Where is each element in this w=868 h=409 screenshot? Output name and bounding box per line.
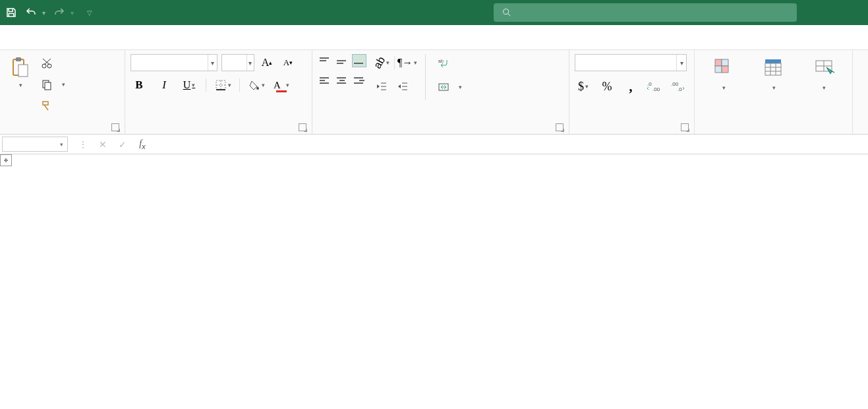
underline-button[interactable]: U▾ (181, 77, 198, 94)
group-label-font (130, 130, 306, 133)
cancel-icon[interactable]: ✕ (95, 139, 111, 150)
increase-font-icon[interactable]: A▴ (258, 54, 275, 71)
chevron-down-icon: ▾ (60, 141, 63, 148)
dialog-launcher-icon[interactable] (111, 123, 119, 131)
chevron-down-icon: ▾ (19, 82, 22, 88)
format-as-table-button[interactable]: ▾ (759, 54, 788, 93)
fx-icon[interactable]: fx (134, 139, 150, 150)
increase-decimal-button[interactable]: .0.00 (646, 78, 663, 95)
ribbon-tabs (0, 25, 868, 50)
fill-color-button[interactable]: ▾ (248, 77, 265, 94)
svg-rect-29 (715, 66, 722, 73)
chevron-down-icon: ▾ (62, 81, 65, 88)
ltr-button[interactable]: ¶→▾ (399, 54, 416, 71)
svg-line-1 (508, 14, 510, 16)
conditional-formatting-button[interactable]: ▾ (709, 54, 738, 93)
percent-button[interactable]: % (598, 78, 616, 95)
name-box[interactable]: ▾ (2, 137, 68, 152)
decrease-decimal-button[interactable]: .00.0 (670, 78, 687, 95)
group-label-styles (700, 130, 847, 133)
merge-center-button[interactable]: ▾ (435, 78, 465, 96)
svg-rect-3 (16, 57, 21, 61)
dropdown-icon[interactable]: ▾ (42, 9, 45, 16)
align-middle-button[interactable] (335, 54, 349, 67)
paste-button[interactable]: ▾ (5, 54, 34, 90)
font-size-dropdown[interactable]: ▾ (221, 54, 254, 71)
decrease-font-icon[interactable]: A▾ (279, 54, 297, 71)
undo-icon[interactable] (25, 7, 37, 18)
increase-indent-button[interactable] (394, 78, 411, 95)
accounting-format-button[interactable]: $▾ (575, 78, 592, 95)
search-input[interactable] (494, 3, 797, 22)
dialog-launcher-icon[interactable] (299, 123, 306, 131)
chevron-down-icon: ▾ (246, 55, 254, 71)
wrap-text-button[interactable]: ab (435, 54, 465, 73)
align-left-button[interactable] (318, 74, 332, 87)
bold-button[interactable]: B (130, 77, 148, 94)
font-name-dropdown[interactable]: ▾ (130, 54, 217, 71)
cell-styles-button[interactable]: ▾ (809, 54, 838, 93)
svg-rect-28 (722, 59, 728, 66)
svg-rect-30 (722, 66, 728, 73)
group-label-number (575, 130, 689, 133)
search-icon (502, 7, 512, 18)
dropdown-icon[interactable]: ▾ (71, 9, 74, 16)
font-color-button[interactable]: A▾ (273, 77, 290, 94)
dialog-launcher-icon[interactable] (681, 123, 689, 131)
group-label-clipboard (5, 130, 119, 133)
align-right-button[interactable] (352, 74, 366, 87)
cut-button[interactable] (38, 54, 68, 73)
svg-rect-31 (765, 59, 781, 63)
copy-button[interactable]: ▾ (38, 75, 68, 94)
formula-input[interactable] (156, 135, 868, 154)
comma-button[interactable]: , (622, 78, 639, 95)
format-painter-button[interactable] (38, 96, 68, 115)
align-bottom-button[interactable] (352, 54, 366, 67)
autofill-options-icon[interactable] (0, 154, 12, 166)
svg-rect-32 (765, 63, 781, 75)
svg-text:.00: .00 (652, 86, 660, 92)
decrease-indent-button[interactable] (373, 78, 390, 95)
svg-rect-11 (216, 80, 225, 90)
svg-text:.0: .0 (647, 81, 652, 87)
group-label-alignment (318, 130, 564, 133)
borders-button[interactable]: ▾ (214, 77, 231, 94)
svg-text:.0: .0 (678, 86, 682, 92)
orientation-button[interactable]: ab▾ (373, 54, 390, 71)
svg-rect-4 (18, 65, 28, 77)
align-top-button[interactable] (318, 54, 332, 67)
italic-button[interactable]: I (156, 77, 173, 94)
svg-rect-10 (45, 82, 51, 90)
redo-icon[interactable] (53, 7, 65, 18)
number-format-dropdown[interactable]: ▾ (575, 54, 687, 71)
align-center-button[interactable] (335, 74, 349, 87)
dialog-launcher-icon[interactable] (556, 123, 564, 131)
chevron-down-icon: ▾ (676, 55, 686, 71)
fb-dropdown-icon[interactable]: ⋮ (75, 139, 91, 150)
enter-icon[interactable]: ✓ (115, 139, 130, 150)
qat-customize-icon[interactable]: ▽ (87, 9, 92, 16)
chevron-down-icon: ▾ (459, 84, 462, 90)
save-icon[interactable] (5, 7, 17, 18)
svg-point-0 (504, 9, 509, 15)
svg-rect-27 (715, 59, 722, 66)
chevron-down-icon: ▾ (208, 55, 217, 71)
svg-text:ab: ab (438, 59, 444, 63)
